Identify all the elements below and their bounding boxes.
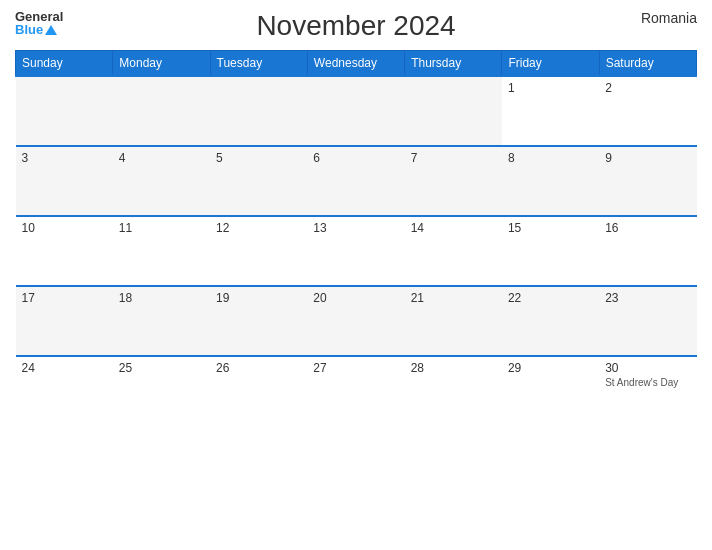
calendar-container: General Blue November 2024 Romania Sunda…	[0, 0, 712, 550]
day-cell-12: 12	[210, 216, 307, 286]
day-cell	[210, 76, 307, 146]
calendar-table: Sunday Monday Tuesday Wednesday Thursday…	[15, 50, 697, 426]
day-cell-23: 23	[599, 286, 696, 356]
day-cell	[113, 76, 210, 146]
header-saturday: Saturday	[599, 51, 696, 77]
day-cell-6: 6	[307, 146, 404, 216]
day-cell-25: 25	[113, 356, 210, 426]
day-cell	[16, 76, 113, 146]
logo-triangle-icon	[45, 25, 57, 35]
day-cell	[405, 76, 502, 146]
day-cell-7: 7	[405, 146, 502, 216]
day-cell-18: 18	[113, 286, 210, 356]
header-friday: Friday	[502, 51, 599, 77]
week-row-1: 1 2	[16, 76, 697, 146]
day-cell-13: 13	[307, 216, 404, 286]
day-cell-3: 3	[16, 146, 113, 216]
day-cell-14: 14	[405, 216, 502, 286]
week-row-2: 3 4 5 6 7 8 9	[16, 146, 697, 216]
holiday-label: St Andrew's Day	[605, 377, 678, 388]
logo: General Blue	[15, 10, 63, 36]
day-cell-21: 21	[405, 286, 502, 356]
day-cell-27: 27	[307, 356, 404, 426]
day-cell-19: 19	[210, 286, 307, 356]
day-cell-24: 24	[16, 356, 113, 426]
header-thursday: Thursday	[405, 51, 502, 77]
day-cell-11: 11	[113, 216, 210, 286]
week-row-4: 17 18 19 20 21 22 23	[16, 286, 697, 356]
day-cell-9: 9	[599, 146, 696, 216]
country-label: Romania	[641, 10, 697, 26]
day-cell-10: 10	[16, 216, 113, 286]
day-cell-29: 29	[502, 356, 599, 426]
week-row-3: 10 11 12 13 14 15 16	[16, 216, 697, 286]
day-cell-8: 8	[502, 146, 599, 216]
logo-blue-text: Blue	[15, 23, 43, 36]
week-row-5: 24 25 26 27 28 29 30 St Andrew's Day	[16, 356, 697, 426]
day-cell-28: 28	[405, 356, 502, 426]
header-sunday: Sunday	[16, 51, 113, 77]
header-tuesday: Tuesday	[210, 51, 307, 77]
calendar-header: General Blue November 2024 Romania	[15, 10, 697, 42]
day-cell-15: 15	[502, 216, 599, 286]
day-cell-30: 30 St Andrew's Day	[599, 356, 696, 426]
day-cell-22: 22	[502, 286, 599, 356]
day-cell-16: 16	[599, 216, 696, 286]
day-cell-1: 1	[502, 76, 599, 146]
day-cell	[307, 76, 404, 146]
day-cell-17: 17	[16, 286, 113, 356]
day-cell-26: 26	[210, 356, 307, 426]
day-cell-20: 20	[307, 286, 404, 356]
header-wednesday: Wednesday	[307, 51, 404, 77]
days-header-row: Sunday Monday Tuesday Wednesday Thursday…	[16, 51, 697, 77]
day-cell-4: 4	[113, 146, 210, 216]
calendar-title: November 2024	[256, 10, 455, 42]
day-cell-5: 5	[210, 146, 307, 216]
header-monday: Monday	[113, 51, 210, 77]
day-cell-2: 2	[599, 76, 696, 146]
